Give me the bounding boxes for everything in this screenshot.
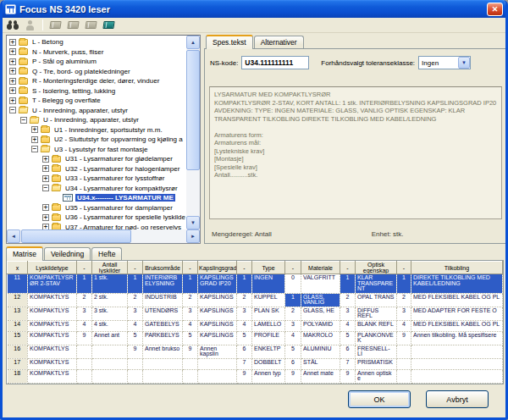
- matrix-cell[interactable]: GLASS, HE: [301, 307, 340, 320]
- matrix-cell[interactable]: [252, 383, 285, 384]
- matrix-cell[interactable]: 9: [237, 369, 252, 383]
- matrix-cell[interactable]: [128, 358, 143, 369]
- book-icon-1[interactable]: [47, 19, 63, 31]
- matrix-cell[interactable]: 2: [397, 293, 411, 307]
- matrix-cell[interactable]: 3: [397, 307, 411, 320]
- matrix-cell[interactable]: PARKBELYS: [143, 331, 183, 345]
- person-search-icon[interactable]: [23, 19, 38, 31]
- matrix-cell[interactable]: DOBBELT: [252, 358, 285, 369]
- tab-matrise[interactable]: Matrise: [6, 246, 43, 261]
- collapse-minus-icon[interactable]: −: [31, 146, 38, 152]
- matrix-cell[interactable]: [92, 358, 128, 369]
- matrix-cell[interactable]: 4: [397, 320, 411, 331]
- matrix-cell[interactable]: 9: [285, 369, 301, 383]
- matrix-cell[interactable]: [198, 383, 237, 384]
- matrix-cell[interactable]: 11: [8, 274, 28, 294]
- matrix-cell[interactable]: 1: [77, 274, 92, 294]
- matrix-cell[interactable]: 4: [183, 320, 198, 331]
- tree-item[interactable]: +U2 - Sluttutstyr for oppvarming og kjøl…: [7, 135, 186, 145]
- expand-plus-icon[interactable]: +: [42, 204, 49, 211]
- matrix-cell[interactable]: 4 stk.: [92, 320, 128, 331]
- expand-plus-icon[interactable]: +: [42, 156, 49, 163]
- matrix-cell[interactable]: 3: [237, 307, 252, 320]
- matrix-cell[interactable]: KAPSLINGSGRAD IP20: [198, 274, 237, 294]
- tab-hefte[interactable]: Hefte: [91, 247, 122, 260]
- matrix-cell[interactable]: BLANK REFL: [356, 320, 397, 331]
- tree-item[interactable]: −U - Innredning, apparater, utstyr: [7, 106, 186, 116]
- matrix-cell[interactable]: GLASS, VANLIG: [301, 293, 340, 307]
- matrix-cell[interactable]: KAPSLINGS: [198, 293, 237, 307]
- tree-item[interactable]: +U36 - Lysarmaturer for spesielle lyskil…: [7, 213, 186, 223]
- matrix-cell[interactable]: [198, 358, 237, 369]
- tolerance-select[interactable]: Ingen ▼: [418, 56, 471, 69]
- matrix-cell[interactable]: 6: [340, 345, 356, 358]
- matrix-cell[interactable]: 3: [77, 307, 92, 320]
- matrix-cell[interactable]: POLYAMID: [301, 320, 340, 331]
- matrix-cell[interactable]: 2: [183, 293, 198, 307]
- collapse-minus-icon[interactable]: −: [20, 117, 27, 124]
- matrix-cell[interactable]: INTERIØRBELYSNING: [143, 274, 183, 294]
- expand-plus-icon[interactable]: +: [42, 165, 49, 172]
- expand-plus-icon[interactable]: +: [42, 214, 49, 221]
- matrix-cell[interactable]: [77, 369, 92, 383]
- scroll-right-icon[interactable]: ►: [186, 229, 200, 243]
- matrix-cell[interactable]: STÅL: [301, 358, 340, 369]
- matrix-cell[interactable]: FRESNELL-LI: [356, 345, 397, 358]
- matrix-cell[interactable]: [397, 369, 411, 383]
- matrix-cell[interactable]: KAPSLINGS: [198, 307, 237, 320]
- scroll-left-icon[interactable]: ◄: [7, 229, 20, 243]
- matrix-cell[interactable]: [411, 383, 503, 384]
- matrix-cell[interactable]: KOMPAKTLYS: [28, 307, 77, 320]
- matrix-cell[interactable]: 2: [285, 307, 301, 320]
- matrix-cell[interactable]: 3: [285, 320, 301, 331]
- matrix-cell[interactable]: 4: [237, 320, 252, 331]
- tree-item[interactable]: +U33 - Lysarmaturer for lysstoffrør: [7, 174, 186, 184]
- matrix-cell[interactable]: [411, 358, 503, 369]
- matrix-cell[interactable]: 1 stk.: [92, 274, 128, 294]
- matrix-cell[interactable]: KOMPAKTLYS: [28, 320, 77, 331]
- expand-plus-icon[interactable]: +: [9, 68, 16, 75]
- matrix-cell[interactable]: 9: [77, 331, 92, 345]
- matrix-cell[interactable]: KOMPAKTLYS: [28, 369, 77, 383]
- matrix-cell[interactable]: KOMPAKTLYSRØR 2-STAV: [28, 274, 77, 294]
- matrix-cell[interactable]: [92, 383, 128, 384]
- tree-item[interactable]: +S - Isolering, tetting, lukking: [7, 86, 186, 97]
- matrix-cell[interactable]: [92, 345, 128, 358]
- matrix-cell[interactable]: Annen tilkobling. Må spesifisere: [411, 331, 503, 345]
- matrix-cell[interactable]: PROFILE: [252, 331, 285, 345]
- matrix-cell[interactable]: OPAL TRANS: [356, 293, 397, 307]
- matrix-cell[interactable]: LAMELLO: [252, 320, 285, 331]
- matrix-cell[interactable]: 6: [285, 358, 301, 369]
- tree-item[interactable]: +N - Murverk, puss, fliser: [7, 47, 186, 58]
- title-bar[interactable]: Focus NS 3420 leser ✕: [0, 0, 508, 18]
- ok-button[interactable]: OK: [348, 390, 411, 408]
- matrix-cell[interactable]: 5: [237, 331, 252, 345]
- matrix-cell[interactable]: DIREKTE TILKOBLING MED KABEL/LEDNING: [411, 274, 503, 294]
- matrix-cell[interactable]: [301, 383, 340, 384]
- tree-item[interactable]: U34.x-------- LYSARMATUR ME: [7, 193, 186, 203]
- tree-item[interactable]: +R - Monteringsferdige deler, dører, vin…: [7, 76, 186, 86]
- matrix-cell[interactable]: DIFFUS REFL: [356, 307, 397, 320]
- expand-plus-icon[interactable]: +: [9, 58, 16, 65]
- expand-plus-icon[interactable]: +: [9, 39, 16, 46]
- matrix-cell[interactable]: MED FLEKSIBEL KABEL OG PL: [411, 293, 503, 307]
- matrix-cell[interactable]: 16: [8, 345, 28, 358]
- matrix-cell[interactable]: VALGFRITT: [301, 274, 340, 294]
- matrix-cell[interactable]: [183, 383, 198, 384]
- book-icon-3[interactable]: [83, 19, 98, 31]
- matrix-cell[interactable]: INDUSTRIB: [143, 293, 183, 307]
- matrix-cell[interactable]: 5: [183, 331, 198, 345]
- tree-item[interactable]: +U31 - Lysarmaturer for glødelamper: [7, 154, 186, 164]
- collapse-minus-icon[interactable]: −: [9, 107, 16, 113]
- matrix-cell[interactable]: 14: [8, 320, 28, 331]
- book-icon-2[interactable]: [65, 19, 80, 31]
- matrix-cell[interactable]: 0: [285, 274, 301, 294]
- tree-item[interactable]: −U - Innredning, apparater, utstyr: [7, 115, 186, 125]
- tree-item[interactable]: +Q - Tre, bord- og platekledninger: [7, 67, 186, 77]
- tree-item[interactable]: +P - Stål og aluminium: [7, 57, 186, 67]
- tree-item[interactable]: +L - Betong: [7, 37, 186, 47]
- matrix-cell[interactable]: [92, 369, 128, 383]
- matrix-cell[interactable]: [397, 383, 411, 384]
- matrix-cell[interactable]: ENKELTP: [252, 345, 285, 358]
- matrix-cell[interactable]: 5: [128, 331, 143, 345]
